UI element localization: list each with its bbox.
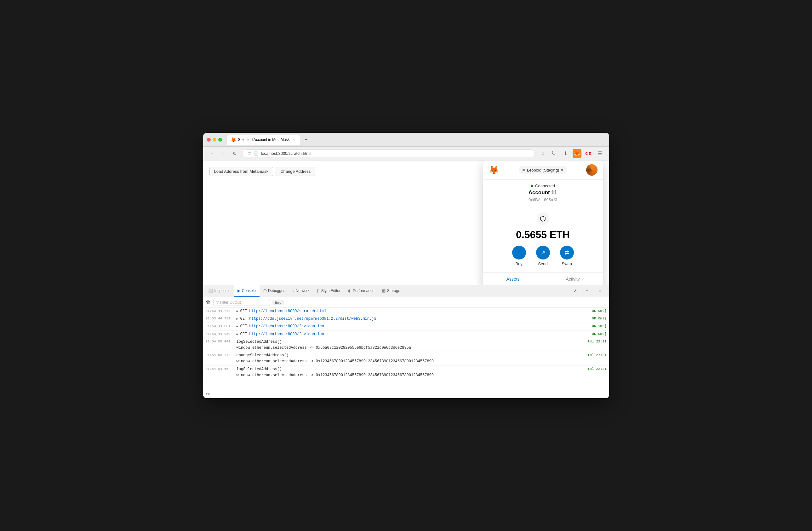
tab-activity[interactable]: Activity (543, 273, 603, 285)
back-button[interactable]: ← (208, 150, 216, 157)
load-address-button[interactable]: Load Address from Metamask (209, 167, 273, 176)
new-tab-button[interactable]: + (302, 136, 310, 143)
console-timestamp: 01:53:44.950 (206, 331, 234, 336)
tab-network-label: Network (296, 289, 310, 293)
tab-storage[interactable]: ▦ Storage (378, 285, 404, 297)
chevron-down-icon: ▾ (561, 168, 563, 172)
tab-console-label: Console (242, 289, 256, 293)
mm-fox-logo: 🦊 (488, 164, 499, 176)
clear-console-button[interactable]: 🗑 (206, 299, 211, 305)
expand-button[interactable]: ⤢ (569, 285, 581, 297)
title-bar: 🦊 Selected Account in MetaMask ✕ + (203, 133, 609, 146)
send-button[interactable]: ↗ (536, 246, 550, 260)
menu-button[interactable]: ☰ (595, 149, 604, 158)
devtools-toolbar: 🗑 ▽ Filter Output Erro (203, 297, 609, 308)
arrow-icon: ▶ (236, 331, 238, 336)
filter-output-input[interactable]: ▽ Filter Output (213, 299, 270, 306)
mm-actions: ↓ Buy ↗ Send ⇄ Swap (488, 246, 598, 266)
network-status-dot (523, 169, 525, 171)
network-icon: ↕ (292, 289, 294, 293)
tab-assets[interactable]: Assets (483, 273, 543, 285)
download-icon: ↓ (518, 249, 520, 256)
send-icon: ↗ (540, 249, 545, 256)
traffic-lights (207, 138, 222, 142)
console-row: 01:54:00.441 logSelectedAddress() window… (203, 338, 609, 352)
style-editor-icon: {} (317, 289, 320, 293)
network-name: Leopold (Staging) (527, 168, 560, 172)
minimize-button[interactable] (213, 138, 216, 142)
tab-storage-label: Storage (387, 289, 400, 293)
status-ok: OK 0ms] (592, 308, 606, 313)
console-row: 01:53:44.740 ▶ GET http://localhost:8000… (203, 308, 609, 315)
copy-icon[interactable]: ⧉ (554, 197, 557, 202)
swap-button[interactable]: ⇄ (560, 246, 574, 260)
swap-label: Swap (562, 261, 572, 266)
lock-icon: 📄 (254, 151, 259, 156)
tab-debugger[interactable]: ⬡ Debugger (260, 285, 289, 297)
shield-button[interactable]: 🛡 (550, 149, 559, 158)
arrow-icon: ▶ (236, 323, 238, 328)
metamask-popup: 🦊 Leopold (Staging) ▾ Connected Account … (483, 160, 603, 285)
browser-toolbar: ☆ 🛡 ⬇ 🦊 C E ☰ (539, 149, 604, 158)
send-action[interactable]: ↗ Send (536, 246, 550, 266)
address-input-container[interactable]: 🛡 📄 localhost:8000/scratch.html (242, 150, 535, 157)
forward-button[interactable]: → (219, 150, 227, 157)
mm-tabs: Assets Activity (483, 273, 603, 285)
avatar-image (586, 164, 597, 176)
download-button[interactable]: ⬇ (561, 149, 570, 158)
console-timestamp: 01:53:44.740 (206, 308, 234, 313)
tab-inspector-label: Inspector (215, 289, 230, 293)
console-timestamp: 01:54:00.441 (206, 339, 234, 344)
address-bar: ← → ↻ 🛡 📄 localhost:8000/scratch.html ☆ … (203, 146, 609, 160)
source-link: tml:27:21 (588, 352, 606, 357)
mm-account-address: 0x6BA...895a ⧉ (488, 197, 598, 202)
connected-label: Connected (535, 183, 555, 188)
status-ok: OK 1ms] (592, 323, 606, 328)
console-prompt: >> (206, 392, 210, 396)
mm-network-selector[interactable]: Leopold (Staging) ▾ (519, 166, 567, 174)
console-timestamp: 01:54:04.554 (206, 366, 234, 371)
console-timestamp: 01:53:44.781 (206, 316, 234, 320)
metamask-extension-button[interactable]: 🦊 (572, 149, 581, 158)
arrow-icon: ▶ (236, 308, 238, 313)
console-message: logSelectedAddress() window.ethereum.sel… (236, 366, 585, 378)
reload-button[interactable]: ↻ (231, 150, 238, 157)
url-display: localhost:8000/scratch.html (261, 151, 311, 156)
tab-performance[interactable]: ◎ Performance (344, 285, 378, 297)
page-content: Load Address from Metamask Change Addres… (203, 160, 609, 285)
console-row: 01:53:44.781 ▶ GET https://cdn.jsdelivr.… (203, 315, 609, 323)
security-icon: 🛡 (248, 151, 251, 156)
tab-close-button[interactable]: ✕ (292, 138, 296, 142)
tab-console[interactable]: ▶ Console (234, 285, 260, 297)
tab-debugger-label: Debugger (268, 289, 285, 293)
console-message: GET http://localhost:8000/favicon.ico (240, 323, 590, 330)
cors-button[interactable]: C E (584, 149, 593, 158)
change-address-button[interactable]: Change Address (276, 167, 315, 176)
tab-style-editor[interactable]: {} Style Editor (314, 285, 344, 297)
console-row: 01:54:04.554 logSelectedAddress() window… (203, 366, 609, 379)
fullscreen-button[interactable] (218, 138, 222, 142)
mm-header: 🦊 Leopold (Staging) ▾ (483, 160, 603, 180)
mm-avatar[interactable] (586, 164, 597, 176)
tab-performance-label: Performance (353, 289, 375, 293)
buy-label: Buy (515, 261, 522, 266)
devtools-close-button[interactable]: ✕ (595, 285, 605, 297)
tab-inspector[interactable]: ⬜ Inspector (204, 285, 234, 297)
bookmark-button[interactable]: ☆ (539, 149, 548, 158)
console-row: 01:54:03.744 changeSelectedAddress() win… (203, 352, 609, 365)
close-button[interactable] (207, 138, 211, 142)
swap-action[interactable]: ⇄ Swap (560, 246, 574, 266)
tab-network[interactable]: ↕ Network (289, 285, 314, 297)
filter-icon: ▽ (216, 300, 219, 305)
mm-more-button[interactable]: ⋮ (592, 190, 598, 196)
mm-balance: 0.5655 ETH (488, 229, 598, 241)
errors-badge[interactable]: Erro (273, 300, 284, 305)
tab-title: Selected Account in MetaMask (238, 138, 290, 142)
devtools-more-button[interactable]: ⋯ (582, 285, 593, 297)
mm-balance-section: ⬡ 0.5655 ETH ↓ Buy ↗ Send (483, 206, 603, 273)
filter-placeholder: Filter Output (220, 300, 241, 305)
browser-tab[interactable]: 🦊 Selected Account in MetaMask ✕ (227, 135, 300, 145)
buy-action[interactable]: ↓ Buy (512, 246, 526, 266)
buy-button[interactable]: ↓ (512, 246, 526, 260)
console-input[interactable] (210, 392, 607, 396)
